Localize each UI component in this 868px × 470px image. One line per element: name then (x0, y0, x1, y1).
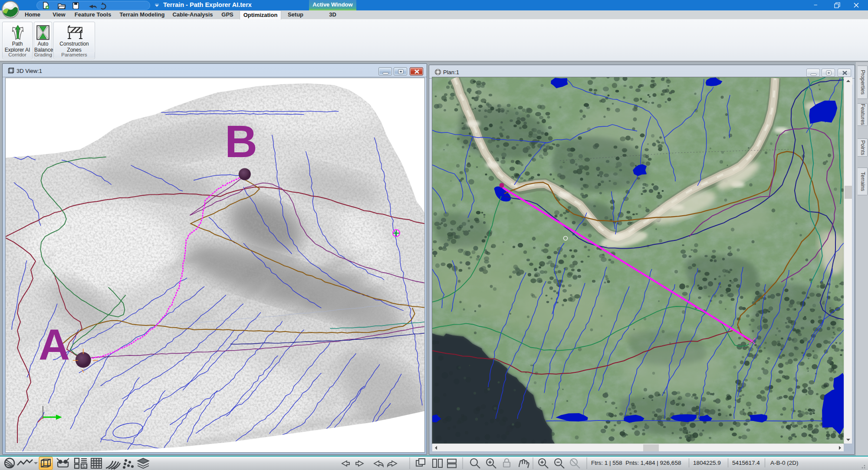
svg-text:B: B (225, 116, 257, 167)
svg-text:A: A (39, 321, 70, 369)
